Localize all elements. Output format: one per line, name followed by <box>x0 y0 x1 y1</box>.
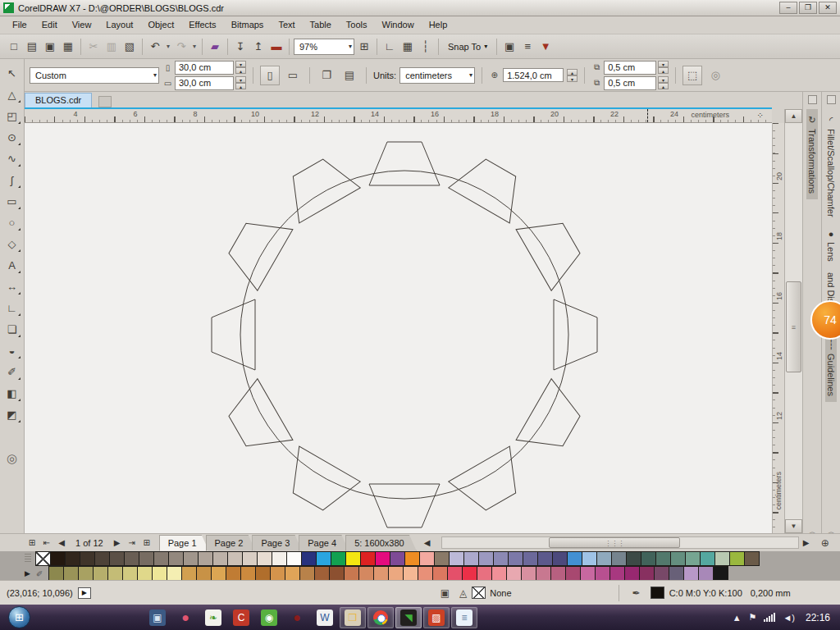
taskbar-app-coreldraw[interactable]: ◥ <box>395 607 422 628</box>
page-width-field[interactable]: 30,0 cm <box>175 61 234 75</box>
scroll-up-arrow[interactable]: ▲ <box>785 109 802 123</box>
redo-icon[interactable]: ↷ <box>172 38 190 56</box>
color-swatch[interactable] <box>50 551 66 566</box>
action-center-flag-icon[interactable]: ⚑ <box>749 612 757 623</box>
taskbar-app-red-badge[interactable]: ● <box>172 607 199 628</box>
color-swatch[interactable] <box>611 551 627 566</box>
rulers-toggle-icon[interactable]: ∟ <box>381 38 399 56</box>
page-tab-page-2[interactable]: Page 2 <box>206 535 256 551</box>
copy-icon[interactable]: ▥ <box>103 38 121 56</box>
trapezoid-shape[interactable] <box>277 150 360 223</box>
page-tab-page-4[interactable]: Page 4 <box>299 535 349 551</box>
guide-circle[interactable] <box>240 171 568 499</box>
search-content-icon[interactable]: ▰ <box>206 38 224 56</box>
restore-button[interactable]: ❐ <box>799 2 817 14</box>
color-swatch[interactable] <box>314 566 330 580</box>
color-swatch[interactable] <box>536 566 551 580</box>
undo-drop-icon[interactable]: ▾ <box>164 38 172 56</box>
color-swatch[interactable] <box>478 551 494 566</box>
color-swatch[interactable] <box>329 566 345 580</box>
print-icon[interactable]: ▦ <box>59 38 77 56</box>
color-swatch[interactable] <box>272 551 287 566</box>
trapezoid-shape[interactable] <box>516 379 589 462</box>
vertical-scroll-track[interactable] <box>785 123 802 519</box>
color-swatch[interactable] <box>331 551 346 566</box>
export-icon[interactable]: ↥ <box>249 38 267 56</box>
trapezoid-shape[interactable] <box>554 299 597 370</box>
menu-edit[interactable]: Edit <box>34 17 65 33</box>
last-page-button[interactable]: ⇥ <box>125 536 139 550</box>
no-color-swatch[interactable] <box>35 551 51 566</box>
color-swatch[interactable] <box>419 551 435 566</box>
color-swatch[interactable] <box>183 551 199 566</box>
color-swatch[interactable] <box>523 551 538 566</box>
color-swatch[interactable] <box>714 551 730 566</box>
color-swatch[interactable] <box>580 566 596 580</box>
color-swatch[interactable] <box>63 566 79 580</box>
color-swatch[interactable] <box>227 551 243 566</box>
color-swatch[interactable] <box>655 551 671 566</box>
page-preset-combo[interactable]: Custom ▾ <box>30 67 159 84</box>
color-swatch[interactable] <box>449 551 464 566</box>
start-button[interactable]: ⊞ <box>8 606 30 628</box>
color-swatch[interactable] <box>639 566 655 580</box>
color-swatch[interactable] <box>196 566 212 580</box>
trapezoid-shape[interactable] <box>516 208 589 290</box>
color-swatch[interactable] <box>316 551 331 566</box>
taskbar-app-presenter[interactable]: ▣ <box>144 607 171 628</box>
paste-icon[interactable]: ▧ <box>121 38 139 56</box>
trapezoid-shape[interactable] <box>369 484 440 527</box>
palette-expand-arrow[interactable]: ▶ <box>25 566 36 580</box>
portrait-button[interactable]: ▯ <box>260 66 280 85</box>
trapezoid-shape[interactable] <box>449 150 532 223</box>
clock[interactable]: 22:16 <box>806 612 830 623</box>
color-swatch[interactable] <box>257 551 272 566</box>
horizontal-scrollbar[interactable]: ⋮⋮⋮ <box>441 536 799 549</box>
options-icon[interactable]: ▣ <box>500 38 518 56</box>
page-height-spinner[interactable]: ▾▴ <box>235 76 246 89</box>
color-swatch[interactable] <box>181 566 197 580</box>
color-swatch[interactable] <box>685 551 701 566</box>
trapezoid-shape[interactable] <box>449 446 532 519</box>
network-signal-icon[interactable] <box>764 613 775 622</box>
color-swatch[interactable] <box>493 551 509 566</box>
taskbar-app-powerpoint[interactable]: ▨ <box>423 607 450 628</box>
scroll-down-arrow[interactable]: ▼ <box>785 519 802 533</box>
tab-scroll-right-button[interactable]: ▶ <box>799 536 814 550</box>
color-swatch[interactable] <box>375 551 390 566</box>
previous-page-button[interactable]: ◀ <box>54 536 69 550</box>
fullscreen-preview-icon[interactable]: ⊞ <box>355 38 373 56</box>
color-swatch[interactable] <box>344 566 359 580</box>
color-swatch[interactable] <box>596 551 612 566</box>
document-color-settings-icon[interactable]: ▣ <box>441 587 450 599</box>
add-page-icon[interactable]: ⊞ <box>139 536 154 550</box>
color-swatch[interactable] <box>521 566 536 580</box>
units-combo[interactable]: centimeters ▾ <box>399 67 475 84</box>
add-page-icon[interactable]: ⊞ <box>25 536 39 550</box>
zoom-tool[interactable]: ⊙ <box>2 126 22 148</box>
color-swatch[interactable] <box>345 551 361 566</box>
menu-bitmaps[interactable]: Bitmaps <box>224 17 272 33</box>
page-tab-5-1600x380[interactable]: 5: 1600x380 <box>345 535 417 551</box>
transparency-tool[interactable]: ◒ <box>2 340 22 361</box>
freehand-tool[interactable]: ∿ <box>2 148 22 169</box>
ellipse-tool[interactable]: ○ <box>2 212 22 233</box>
color-eyedropper-tool[interactable]: ✐ <box>2 361 22 382</box>
polygon-tool[interactable]: ◇ <box>2 233 22 254</box>
next-page-button[interactable]: ▶ <box>110 536 125 550</box>
taskbar-app-wifi[interactable]: ◉ <box>256 607 282 628</box>
color-swatch[interactable] <box>669 566 684 580</box>
color-swatch[interactable] <box>567 551 582 566</box>
color-swatch[interactable] <box>167 566 182 580</box>
color-swatch[interactable] <box>550 566 566 580</box>
color-swatch[interactable] <box>626 551 641 566</box>
color-swatch[interactable] <box>212 551 228 566</box>
taskbar-app-leaf[interactable]: ❧ <box>200 607 226 628</box>
current-page-button[interactable]: ▤ <box>340 66 359 85</box>
docker-window-button[interactable] <box>808 95 817 104</box>
page-tab-page-1[interactable]: Page 1 <box>159 535 209 551</box>
color-swatch[interactable] <box>654 566 669 580</box>
launch-icon[interactable]: ≡ <box>518 38 536 56</box>
taskbar-app-chrome[interactable] <box>368 607 394 628</box>
import-icon[interactable]: ↧ <box>231 38 249 56</box>
